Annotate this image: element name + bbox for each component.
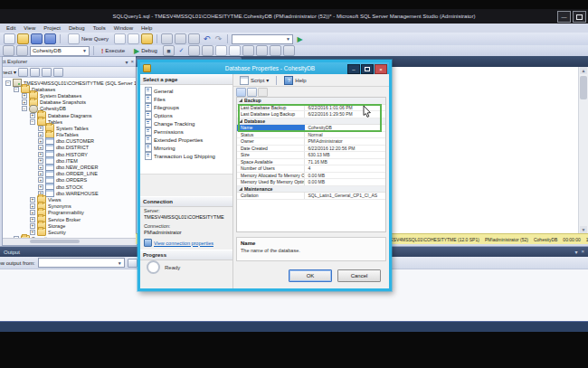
toolbar-icon[interactable] (202, 45, 213, 56)
grid-row-collation[interactable]: CollationSQL_Latin1_General_CP1_CI_AS (237, 193, 385, 200)
tree-item-system-tables[interactable]: +System Tables (3, 125, 137, 131)
tree-item-dbo-customer[interactable]: +dbo.CUSTOMER (3, 138, 137, 145)
scrollbar-thumb[interactable] (580, 76, 587, 99)
page-item-change-tracking[interactable]: Change Tracking (140, 119, 232, 127)
tree-item-cohesitydb[interactable]: −CohesityDB (3, 106, 137, 112)
parse-icon[interactable]: ✓ (176, 46, 186, 55)
toolbar-icon[interactable] (256, 45, 268, 56)
tree-item-tables[interactable]: −Tables (3, 118, 137, 125)
tree-item-programmability[interactable]: +Programmability (3, 210, 137, 216)
page-item-options[interactable]: Options (140, 111, 232, 119)
toolbar-icon[interactable] (188, 45, 200, 56)
page-item-extended-properties[interactable]: Extended Properties (140, 136, 232, 144)
menu-debug[interactable]: Debug (65, 25, 89, 31)
page-item-files[interactable]: Files (140, 95, 232, 103)
redo-icon[interactable]: ↷ (213, 34, 223, 43)
output-source-combo[interactable]: ▼ (38, 258, 125, 268)
new-item-icon[interactable] (4, 33, 15, 44)
view-connection-properties[interactable]: View connection properties (144, 239, 232, 247)
window-position-icon[interactable]: ▾ (125, 59, 128, 65)
tree-item-dbo-history[interactable]: +dbo.HISTORY (3, 151, 137, 157)
grid-row-space-available[interactable]: Space Available71.16 MB (237, 159, 385, 166)
tree-item-dbo-item[interactable]: +dbo.ITEM (3, 157, 137, 164)
expand-icon[interactable]: + (30, 203, 35, 209)
window-position-icon[interactable]: ▾ (574, 249, 577, 255)
analysis-query-icon[interactable] (128, 33, 139, 44)
cancel-button[interactable]: Cancel (337, 269, 381, 282)
tree-item-dbo-orders[interactable]: +dbo.ORDERS (3, 177, 137, 184)
menu-view[interactable]: View (20, 25, 39, 31)
connect-db-icon[interactable] (3, 45, 14, 56)
grid-row-size[interactable]: Size630.13 MB (237, 152, 385, 159)
open-query-icon[interactable] (141, 33, 153, 44)
grid-row-memory-allocated-to-memory-optimized-obj[interactable]: Memory Allocated To Memory Optimized Obj… (237, 173, 385, 180)
toolbar-icon[interactable] (283, 45, 295, 56)
page-item-permissions[interactable]: Permissions (140, 127, 232, 136)
stop-process-icon[interactable] (30, 68, 40, 77)
tree-item-dbo-warehouse[interactable]: +dbo.WAREHOUSE (3, 190, 137, 196)
filter-icon[interactable] (53, 68, 63, 77)
grid-row-status[interactable]: StatusNormal (237, 132, 385, 139)
vertical-scrollbar[interactable]: ▲ ▼ (578, 67, 588, 233)
ok-button[interactable]: OK (289, 269, 332, 282)
refresh-icon[interactable] (42, 68, 52, 77)
page-item-mirroring[interactable]: Mirroring (140, 144, 232, 152)
page-item-filegroups[interactable]: Filegroups (140, 103, 232, 111)
dialog-titlebar[interactable]: Database Properties - CohesityDB – × (140, 62, 389, 74)
disconnect-icon[interactable] (18, 68, 28, 77)
collapse-icon[interactable]: − (5, 80, 11, 86)
grid-row-number-of-users[interactable]: Number of Users4 (237, 165, 385, 173)
dialog-maximize-icon[interactable] (361, 64, 374, 74)
close-icon[interactable]: × (581, 249, 584, 255)
expand-icon[interactable]: + (38, 126, 43, 131)
expand-icon[interactable]: + (38, 152, 43, 157)
collapse-icon[interactable]: − (14, 87, 19, 92)
paste-icon[interactable] (188, 33, 200, 44)
tree-item-system-databases[interactable]: +System Databases (3, 92, 137, 99)
cut-icon[interactable] (161, 33, 173, 44)
menu-edit[interactable]: Edit (3, 25, 19, 31)
expand-icon[interactable]: + (22, 93, 27, 99)
expand-icon[interactable]: + (22, 99, 27, 105)
page-item-general[interactable]: General (140, 87, 232, 95)
debug-button[interactable]: ▶ Debug (130, 46, 161, 56)
scroll-up-icon[interactable]: ▲ (580, 67, 587, 74)
toolbar-icon[interactable] (229, 45, 241, 56)
close-icon[interactable]: × (130, 59, 134, 65)
collapse-icon[interactable]: − (22, 106, 27, 111)
menu-help[interactable]: Help (138, 25, 156, 31)
toolbar-icon[interactable] (242, 45, 254, 56)
tree-item-database-snapshots[interactable]: +Database Snapshots (3, 99, 137, 106)
expand-icon[interactable]: + (30, 197, 35, 203)
categorized-icon[interactable] (236, 88, 246, 97)
tree-item-dbo-new-order[interactable]: +dbo.NEW_ORDER (3, 164, 137, 170)
expand-icon[interactable]: + (30, 210, 35, 215)
maximize-icon[interactable] (573, 11, 586, 23)
horizontal-scrollbar[interactable] (3, 238, 137, 245)
tree-item-databases[interactable]: −Databases (3, 86, 137, 92)
script-button[interactable]: Script ▾ (236, 75, 272, 86)
collapse-icon[interactable]: − (30, 119, 35, 125)
toolbar-combobox[interactable]: ▼ (232, 34, 293, 44)
tree-item-dbo-order-line[interactable]: +dbo.ORDER_LINE (3, 171, 137, 177)
grid-row-memory-used-by-memory-optimized-objects[interactable]: Memory Used By Memory Optimized Objects0… (237, 179, 385, 186)
open-file-icon[interactable] (17, 33, 29, 44)
undo-icon[interactable]: ↶ (202, 34, 212, 43)
change-connection-icon[interactable] (16, 45, 28, 56)
alphabetical-sort-icon[interactable] (247, 88, 257, 97)
expand-icon[interactable]: + (30, 113, 35, 118)
expand-icon[interactable]: + (38, 184, 43, 190)
toolbar-icon[interactable] (215, 45, 227, 56)
page-item-transaction-log-shipping[interactable]: Transaction Log Shipping (140, 152, 232, 160)
menu-window[interactable]: Window (110, 25, 137, 31)
menu-project[interactable]: Project (40, 25, 64, 31)
expand-icon[interactable]: + (38, 132, 43, 137)
tree-item-storage[interactable]: +Storage (3, 222, 137, 229)
tree-item-database-diagrams[interactable]: +Database Diagrams (3, 112, 137, 118)
expand-icon[interactable]: + (38, 165, 43, 170)
new-query-button[interactable]: New Query (64, 33, 112, 45)
save-icon[interactable] (31, 33, 43, 44)
tree-item-filetables[interactable]: +FileTables (3, 132, 137, 138)
expand-icon[interactable]: + (38, 158, 43, 164)
help-button[interactable]: ? Help (280, 75, 309, 86)
